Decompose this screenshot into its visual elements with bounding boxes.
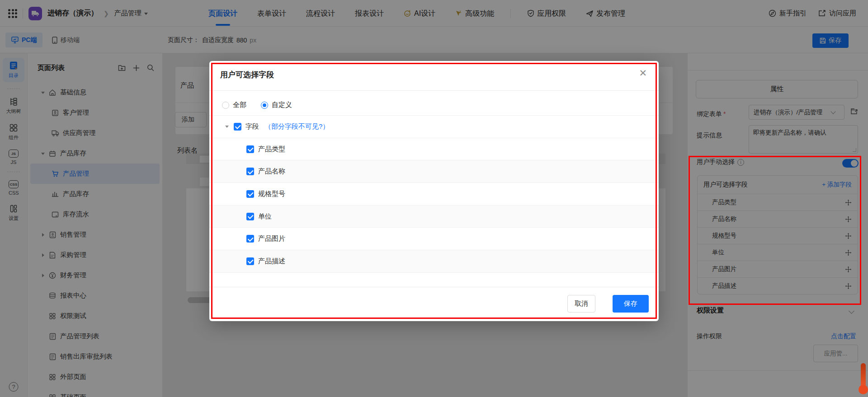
close-icon[interactable]: ✕ (639, 68, 647, 78)
tree-parent-label: 字段 (245, 122, 259, 131)
field-checkbox-row[interactable]: 产品名称 (209, 160, 659, 183)
modal-title: 用户可选择字段 (220, 70, 274, 80)
tree-parent-row[interactable]: 字段 （部分字段不可见?） (209, 116, 659, 138)
field-scope-radios: 全部 自定义 (222, 101, 292, 109)
checkbox-checked[interactable] (246, 145, 254, 153)
field-label: 产品描述 (258, 257, 285, 266)
divider (209, 90, 659, 91)
radio-all-label: 全部 (233, 101, 246, 109)
radio-icon (222, 102, 229, 109)
field-checkbox-row[interactable]: 产品描述 (209, 250, 659, 273)
tree-hint-link[interactable]: （部分字段不可见?） (264, 122, 329, 131)
checkbox-checked[interactable] (246, 168, 254, 175)
field-checkbox-tree: 字段 （部分字段不可见?） 产品类型 产品名称 规格型号 单位 产品图片 (209, 115, 659, 273)
cancel-button[interactable]: 取消 (567, 295, 595, 313)
field-checkbox-row[interactable]: 单位 (209, 206, 659, 228)
field-label: 产品名称 (258, 167, 285, 176)
caret-down-icon[interactable] (224, 123, 230, 130)
selectable-fields-modal: 用户可选择字段 ✕ 全部 自定义 字段 （部分字段不可见?） 产品类型 (209, 61, 659, 321)
radio-custom[interactable]: 自定义 (261, 101, 292, 109)
divider (209, 287, 659, 287)
radio-custom-label: 自定义 (272, 101, 292, 109)
checkbox-checked[interactable] (246, 235, 254, 243)
app-window: 进销存（演示） ❯ 产品管理 页面设计 表单设计 流程设计 报表设计 AI设计 … (0, 0, 868, 397)
modal-save-button[interactable]: 保存 (613, 295, 649, 313)
checkbox-checked[interactable] (234, 123, 241, 131)
radio-selected-icon (261, 102, 268, 109)
checkbox-checked[interactable] (246, 213, 254, 220)
checkbox-checked[interactable] (246, 190, 254, 198)
field-checkbox-row[interactable]: 产品类型 (209, 138, 659, 161)
radio-all[interactable]: 全部 (222, 101, 246, 109)
checkbox-checked[interactable] (246, 257, 254, 265)
field-checkbox-row[interactable]: 产品图片 (209, 228, 659, 250)
field-label: 产品类型 (258, 145, 285, 154)
annotation-scroll-marker-dot (859, 385, 868, 394)
field-label: 规格型号 (258, 190, 285, 198)
field-label: 单位 (258, 212, 272, 221)
field-checkbox-row[interactable]: 规格型号 (209, 183, 659, 206)
field-label: 产品图片 (258, 234, 285, 243)
